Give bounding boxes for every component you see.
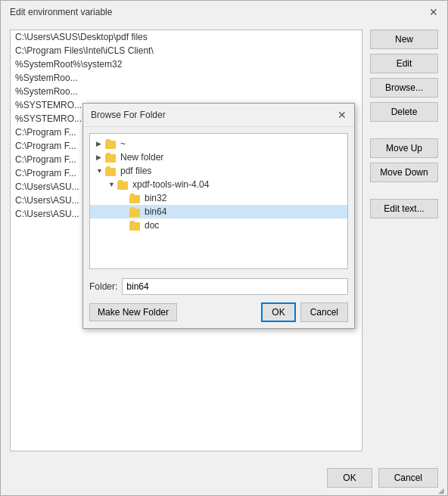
folder-input[interactable]: [122, 278, 348, 295]
right-button-panel: New Edit Browse... Delete Move Up Move D…: [370, 29, 438, 451]
tree-item-label: bin32: [145, 193, 166, 203]
tree-item[interactable]: bin64: [90, 205, 347, 219]
main-dialog-title: Edit environment variable: [10, 7, 112, 17]
tree-item-label: bin64: [145, 206, 166, 217]
delete-button[interactable]: Delete: [370, 102, 438, 122]
tree-item[interactable]: ▼pdf files: [90, 164, 347, 178]
var-list-item[interactable]: C:\Users\ASUS\Desktop\pdf files: [11, 30, 362, 44]
folder-title-bar: Browse For Folder ✕: [83, 104, 354, 127]
tree-item[interactable]: ▼xpdf-tools-win-4.04: [90, 178, 347, 191]
var-list-item[interactable]: %SystemRoo...: [11, 85, 362, 98]
folder-tree[interactable]: ▶~▶New folder▼pdf files▼xpdf-tools-win-4…: [89, 133, 348, 269]
browse-button[interactable]: Browse...: [370, 78, 438, 98]
tree-item[interactable]: ▶~: [90, 137, 347, 150]
folder-icon: [105, 139, 117, 149]
edit-button[interactable]: Edit: [370, 54, 438, 73]
main-ok-button[interactable]: OK: [327, 468, 372, 488]
folder-icon: [129, 207, 142, 217]
tree-item-label: ~: [120, 138, 126, 149]
folder-icon: [129, 194, 142, 203]
folder-icon: [117, 180, 129, 190]
move-down-button[interactable]: Move Down: [370, 163, 438, 182]
main-cancel-button[interactable]: Cancel: [378, 468, 438, 488]
folder-ok-button[interactable]: OK: [261, 302, 295, 322]
folder-cancel-button[interactable]: Cancel: [300, 302, 348, 322]
tree-item[interactable]: doc: [90, 219, 347, 232]
var-list-item[interactable]: %SystemRoot%\system32: [11, 57, 362, 71]
edit-text-button[interactable]: Edit text...: [370, 199, 438, 219]
tree-item-label: doc: [145, 220, 159, 231]
tree-item-label: pdf files: [120, 166, 151, 176]
main-dialog: Edit environment variable ✕ C:\Users\ASU…: [0, 0, 448, 496]
folder-dialog-bottom: Make New Folder OK Cancel: [83, 301, 354, 328]
tree-item-label: New folder: [120, 152, 163, 163]
make-new-folder-button[interactable]: Make New Folder: [89, 303, 177, 321]
tree-item[interactable]: ▶New folder: [90, 150, 347, 164]
move-up-button[interactable]: Move Up: [370, 138, 438, 158]
tree-item[interactable]: bin32: [90, 191, 347, 205]
folder-icon: [129, 221, 142, 231]
folder-icon: [105, 153, 117, 163]
main-close-button[interactable]: ✕: [429, 7, 438, 17]
folder-icon: [105, 166, 117, 176]
var-list-item[interactable]: C:\Program Files\Intel\iCLS Client\: [11, 44, 362, 57]
var-list-item[interactable]: %SystemRoo...: [11, 71, 362, 85]
main-title-bar: Edit environment variable ✕: [1, 1, 447, 23]
new-button[interactable]: New: [370, 29, 438, 49]
folder-dialog-title: Browse For Folder: [91, 110, 166, 120]
folder-dialog: Browse For Folder ✕ ▶~▶New folder▼pdf fi…: [82, 103, 355, 329]
folder-label: Folder:: [89, 281, 117, 292]
bottom-bar: OK Cancel: [327, 468, 438, 488]
resize-handle[interactable]: ◢: [438, 486, 447, 495]
folder-field-row: Folder:: [83, 275, 354, 301]
tree-item-label: xpdf-tools-win-4.04: [132, 179, 209, 190]
folder-close-button[interactable]: ✕: [338, 109, 347, 121]
